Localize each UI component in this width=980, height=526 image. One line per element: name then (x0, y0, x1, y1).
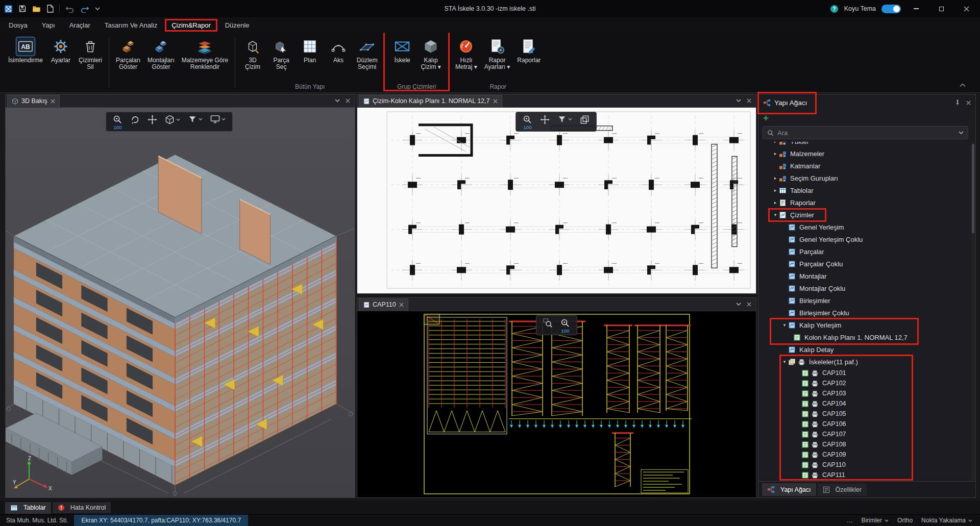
help-icon[interactable]: ? (830, 5, 839, 13)
tree-expanded-arrow-icon[interactable]: ▾ (772, 212, 779, 217)
ribbon-button-aks[interactable]: Aks (324, 34, 353, 65)
search-input[interactable] (777, 129, 955, 137)
tab-cap-close-icon[interactable] (399, 303, 404, 307)
tree-collapsed-arrow-icon[interactable]: ▸ (772, 200, 779, 205)
tree-item-izimler[interactable]: ▾Çizimler (758, 209, 971, 221)
tree-item-cap106[interactable]: CAP106 (758, 419, 971, 429)
tree-item-se-im-guruplar[interactable]: ▸Seçim Gurupları (758, 172, 971, 184)
tree-item-par-alar-oklu[interactable]: Parçalar Çoklu (758, 258, 971, 270)
maximize-button[interactable] (932, 0, 951, 17)
close-button[interactable] (957, 0, 976, 17)
sidebar-tab-zellikler[interactable]: Özellikler (818, 484, 867, 496)
theme-toggle[interactable] (881, 5, 901, 13)
ribbon-button-raporlar[interactable]: Raporlar (513, 34, 544, 65)
tree-item-tablolar[interactable]: ▸Tablolar (758, 184, 971, 196)
new-file-button[interactable] (46, 5, 54, 13)
tab-plan-drawing[interactable]: Çizim-Kolon Kalıp Planı 1. NORMAL 12,7 (359, 95, 502, 107)
ribbon-button-rapor-ayarlar[interactable]: Rapor Ayarları ▾ (481, 34, 513, 71)
tree-item-cap109[interactable]: CAP109 (758, 449, 971, 460)
tree-collapsed-arrow-icon[interactable]: ▸ (772, 151, 779, 156)
ribbon-button-h-zl-metraj[interactable]: Hızlı Metraj ▾ (452, 34, 481, 71)
redo-button[interactable] (80, 5, 89, 13)
sidebar-close-icon[interactable] (966, 101, 971, 105)
panel-cap-caret-icon[interactable] (736, 303, 741, 306)
tab-3d-view[interactable]: 3D Bakış (7, 95, 60, 107)
toolbar-item-pan[interactable] (540, 115, 550, 124)
toolbar-item-display[interactable] (210, 115, 226, 123)
tree-collapsed-arrow-icon[interactable]: ▸ (772, 142, 779, 144)
toolbar-item-zoom[interactable]: 100 (113, 115, 122, 130)
tree-item-genel-yerle-im-oklu[interactable]: Genel Yerleşim Çoklu (758, 233, 971, 245)
tree-item-montajlar[interactable]: Montajlar (758, 270, 971, 282)
tree-item-cap101[interactable]: CAP101 (758, 368, 971, 378)
menu-tab-ara-lar[interactable]: Araçlar (63, 19, 97, 32)
building-3d-model[interactable] (6, 108, 355, 497)
tree-item-cap105[interactable]: CAP105 (758, 409, 971, 419)
statusbar-birimler[interactable]: Birimler (861, 517, 889, 524)
pin-icon[interactable] (954, 99, 961, 106)
toolbar-item-layers[interactable] (580, 115, 590, 124)
panel-3d-close-icon[interactable] (346, 98, 350, 103)
tree-item-kolon-kal-p-plan-1-normal-12-7[interactable]: Kolon Kalıp Planı 1. NORMAL 12,7 (758, 331, 971, 343)
panel-3d-caret-icon[interactable] (335, 99, 340, 103)
undo-button[interactable] (65, 5, 75, 13)
ribbon-button-par-a-se[interactable]: Parça Seç (267, 34, 296, 71)
tree-item-kal-p-yerle-im[interactable]: ▾Kalıp Yerleşim (758, 319, 971, 331)
open-button[interactable] (32, 5, 41, 13)
tree-item-kal-p-detay[interactable]: Kalıp Detay (758, 343, 971, 356)
ribbon-button-i-skele[interactable]: İskele (388, 34, 416, 65)
ribbon-button-par-alar-g-ster[interactable]: Parçaları Göster (112, 34, 144, 71)
scrollbar-thumb[interactable] (972, 144, 974, 233)
toolbar-item-filter[interactable] (188, 115, 203, 124)
tree-item-par-alar[interactable]: Parçalar (758, 245, 971, 258)
ribbon-button-3d-izim[interactable]: 3D Çizim (238, 34, 267, 71)
column-formwork-plan-drawing[interactable] (357, 108, 756, 293)
toolbar-item-pan[interactable] (148, 115, 157, 124)
ribbon-button-plan[interactable]: Plan (296, 34, 324, 65)
statusbar-ortho[interactable]: Ortho (897, 517, 913, 524)
tree-item-cap104[interactable]: CAP104 (758, 398, 971, 409)
tree-expanded-arrow-icon[interactable]: ▾ (781, 322, 788, 328)
toolbar-item-cube[interactable] (165, 115, 180, 124)
tree-item-y-kler[interactable]: ▸Yükler (758, 142, 971, 147)
ribbon-button-izimleri-sil[interactable]: Çizimleri Sil (75, 34, 106, 71)
tree-item-i-skeleler-11-paf[interactable]: ▾İskeleler(11 paf.) (758, 356, 971, 368)
toolbar-item-zoom[interactable]: 100 (560, 318, 570, 333)
ribbon-button-d-zlem-se-imi[interactable]: Düzlem Seçimi (353, 34, 381, 71)
statusbar-overflow[interactable]: … (846, 517, 852, 524)
ribbon-button-kal-p-izim[interactable]: Kalıp Çizim ▾ (416, 34, 445, 71)
tree-item-cap103[interactable]: CAP103 (758, 388, 971, 398)
minimize-button[interactable] (906, 0, 926, 17)
toolbar-item-orbit[interactable] (130, 115, 140, 124)
add-icon[interactable] (763, 115, 769, 121)
bottom-tab-tablolar[interactable]: Tablolar (5, 502, 51, 514)
ribbon-button-malzemeye-g-re-renklendir[interactable]: Malzemeye Göre Renklendir (178, 34, 232, 71)
menu-tab-izim-rapor[interactable]: Çizim&Rapor (165, 19, 217, 32)
panel-plan-caret-icon[interactable] (736, 99, 741, 103)
tree-item-birle-imler[interactable]: Birleşimler (758, 294, 971, 307)
tree-item-cap108[interactable]: CAP108 (758, 439, 971, 449)
panel-plan-close-icon[interactable] (747, 98, 751, 103)
menu-tab-yap[interactable]: Yapı (35, 19, 62, 32)
save-button[interactable] (18, 5, 27, 13)
tree-item-cap111[interactable]: CAP111 (758, 470, 971, 480)
tree-item-katmanlar[interactable]: Katmanlar (758, 160, 971, 172)
panel-cap-close-icon[interactable] (747, 302, 751, 307)
tree-item-cap110[interactable]: CAP110 (758, 460, 971, 470)
toolbar-item-zoom-window[interactable] (543, 318, 553, 328)
tree-scrollbar[interactable] (971, 142, 975, 480)
tree-item-cap107[interactable]: CAP107 (758, 429, 971, 439)
search-caret-icon[interactable] (959, 131, 964, 135)
menu-tab-dosya[interactable]: Dosya (2, 19, 34, 32)
statusbar-nokta-yakalama[interactable]: Nokta Yakalama (921, 517, 972, 524)
tree-collapsed-arrow-icon[interactable]: ▸ (772, 176, 779, 181)
toolbar-item-filter[interactable] (557, 115, 572, 124)
tab-plan-close-icon[interactable] (493, 99, 498, 104)
tree-item-malzemeler[interactable]: ▸Malzemeler (758, 147, 971, 160)
tree-item-montajlar-oklu[interactable]: Montajlar Çoklu (758, 282, 971, 294)
tab-3d-close-icon[interactable] (51, 99, 55, 104)
toolbar-item-zoom[interactable]: 100 (523, 115, 532, 130)
tree-expanded-arrow-icon[interactable]: ▾ (781, 359, 788, 364)
bottom-tab-hata-kontrol[interactable]: Hata Kontrol (53, 502, 111, 513)
tree-item-raporlar[interactable]: ▸Raporlar (758, 196, 971, 209)
